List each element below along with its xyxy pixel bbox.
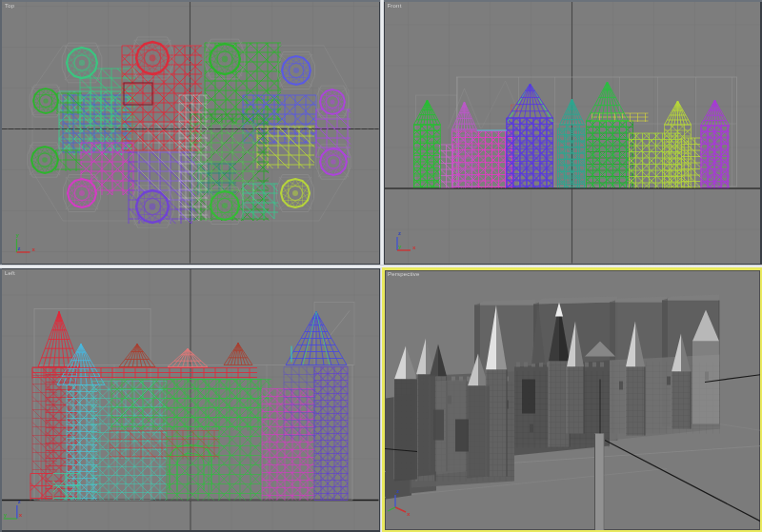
svg-text:y: y	[4, 512, 8, 518]
svg-text:x: x	[412, 245, 416, 250]
svg-text:x: x	[19, 512, 23, 518]
svg-text:z: z	[398, 230, 401, 236]
svg-text:x: x	[407, 511, 411, 517]
svg-text:z: z	[18, 499, 21, 504]
svg-text:y: y	[398, 244, 402, 249]
svg-text:y: y	[385, 510, 386, 516]
svg-text:z: z	[396, 488, 399, 494]
svg-text:z: z	[18, 246, 21, 251]
svg-text:y: y	[16, 232, 20, 238]
